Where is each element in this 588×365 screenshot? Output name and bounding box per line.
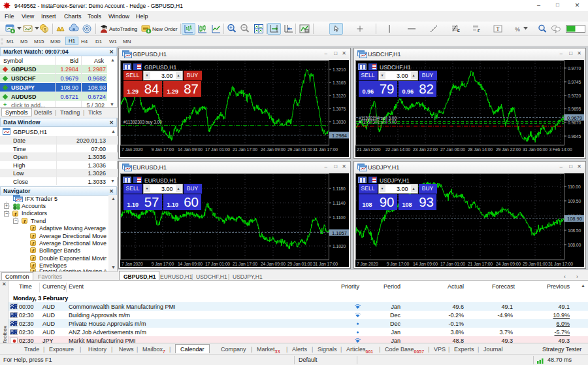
svg-text:F: F: [478, 29, 480, 33]
svg-text:1.3120: 1.3120: [333, 94, 346, 98]
svg-text:7 Jan 2020: 7 Jan 2020: [122, 262, 143, 266]
svg-text:31 Jan 17:00: 31 Jan 17:00: [313, 262, 338, 266]
svg-text:108.50: 108.50: [568, 228, 581, 233]
svg-text:1.1140: 1.1140: [333, 201, 346, 205]
svg-text:0.9670: 0.9670: [568, 120, 581, 125]
svg-text:21 Jan 17:00: 21 Jan 17:00: [233, 147, 257, 152]
svg-text:T: T: [497, 26, 500, 32]
svg-text:31 Jan 06:00: 31 Jan 06:00: [523, 147, 547, 152]
svg-text:%: %: [515, 26, 520, 33]
svg-text:17 Jan 01:00: 17 Jan 01:00: [205, 262, 230, 266]
svg-text:1.3210: 1.3210: [333, 67, 346, 72]
svg-text:24 Jan 09:00: 24 Jan 09:00: [261, 262, 286, 266]
svg-text:29 Jan 01:00: 29 Jan 01:00: [287, 262, 312, 266]
svg-text:23 Jan 22:00: 23 Jan 22:00: [413, 147, 438, 152]
svg-text:9 Jan 17:00: 9 Jan 17:00: [152, 262, 174, 266]
svg-text:7 Jan 2020: 7 Jan 2020: [357, 262, 378, 266]
svg-text:17 Jan 01:00: 17 Jan 01:00: [440, 262, 465, 266]
svg-text:1.1180: 1.1180: [333, 186, 346, 191]
svg-text:1.1100: 1.1100: [333, 215, 346, 220]
svg-text:29 Jan 22:00: 29 Jan 22:00: [496, 147, 521, 152]
svg-text:110.00: 110.00: [568, 184, 581, 189]
svg-text:28 Jan 14:00: 28 Jan 14:00: [468, 147, 493, 152]
svg-text:17 Jan 01:00: 17 Jan 01:00: [205, 147, 230, 152]
svg-text:7 Jan 2020: 7 Jan 2020: [122, 147, 143, 152]
svg-text:0.9645: 0.9645: [568, 134, 581, 139]
svg-text:#11392303 buy 3.00: #11392303 buy 3.00: [123, 120, 162, 125]
svg-text:#11392301 sell 3.00: #11392301 sell 3.00: [359, 120, 397, 124]
svg-text:0.9679: 0.9679: [567, 115, 582, 121]
svg-text:21 Jan 17:00: 21 Jan 17:00: [468, 262, 493, 266]
svg-text:22 Jan 14:00: 22 Jan 14:00: [385, 147, 410, 152]
svg-text:108.90: 108.90: [567, 216, 582, 222]
svg-text:0.9745: 0.9745: [568, 80, 581, 84]
svg-text:21 Jan 17:00: 21 Jan 17:00: [233, 262, 257, 266]
svg-text:$: $: [44, 27, 46, 32]
svg-text:14 Jan 09:00: 14 Jan 09:00: [178, 262, 203, 266]
svg-text:29 Jan 01:00: 29 Jan 01:00: [523, 262, 547, 266]
svg-text:31 Jan 17:00: 31 Jan 17:00: [313, 147, 338, 152]
svg-text:108.00: 108.00: [568, 243, 581, 247]
svg-text:3 Feb 14:00: 3 Feb 14:00: [549, 147, 572, 152]
svg-text:21 Jan 2020: 21 Jan 2020: [357, 147, 381, 152]
svg-text:14 Jan 09:00: 14 Jan 09:00: [178, 147, 203, 152]
svg-text:0.9770: 0.9770: [568, 66, 581, 71]
svg-text:E: E: [457, 29, 460, 33]
svg-text:1.1020: 1.1020: [333, 244, 346, 249]
svg-text:1.3030: 1.3030: [333, 120, 346, 124]
svg-text:24 Jan 09:00: 24 Jan 09:00: [496, 262, 521, 266]
svg-text:0.9695: 0.9695: [568, 107, 581, 111]
svg-text:109.50: 109.50: [568, 199, 581, 203]
svg-text:31 Jan 17:00: 31 Jan 17:00: [548, 262, 573, 266]
svg-text:9 Jan 17:00: 9 Jan 17:00: [152, 147, 174, 152]
svg-text:1.3165: 1.3165: [333, 80, 346, 85]
svg-text:27 Jan 06:00: 27 Jan 06:00: [440, 147, 465, 152]
svg-text:1.1057: 1.1057: [332, 230, 347, 236]
svg-text:1.2984: 1.2984: [332, 133, 347, 139]
svg-text:1.3075: 1.3075: [333, 107, 346, 111]
svg-text:14 Jan 09:00: 14 Jan 09:00: [413, 262, 438, 266]
svg-text:0.9720: 0.9720: [568, 94, 581, 98]
svg-text:24 Jan 09:00: 24 Jan 09:00: [261, 147, 286, 152]
svg-text:9 Jan 17:00: 9 Jan 17:00: [387, 262, 410, 266]
svg-text:29 Jan 01:00: 29 Jan 01:00: [287, 147, 312, 152]
